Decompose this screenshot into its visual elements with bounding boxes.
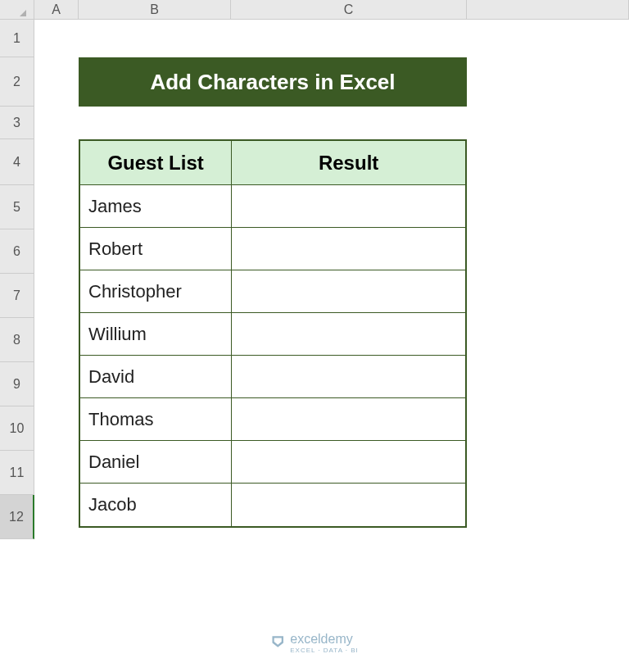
- row-header-4[interactable]: 4: [0, 139, 34, 185]
- cell-guest[interactable]: Thomas: [80, 398, 232, 441]
- cell-guest[interactable]: Christopher: [80, 270, 232, 313]
- cell-result[interactable]: [232, 270, 465, 313]
- row-header-1[interactable]: 1: [0, 20, 34, 57]
- cell-result[interactable]: [232, 398, 465, 441]
- column-headers: A B C: [0, 0, 629, 20]
- data-table: Guest List Result James Robert Christoph…: [79, 139, 467, 528]
- row-headers: 1 2 3 4 5 6 7 8 9 10 11 12: [0, 20, 34, 539]
- col-header-a[interactable]: A: [34, 0, 79, 20]
- cell-result[interactable]: [232, 484, 465, 526]
- cell-guest[interactable]: James: [80, 185, 232, 228]
- row-header-11[interactable]: 11: [0, 451, 34, 495]
- cell-result[interactable]: [232, 185, 465, 228]
- table-header-row: Guest List Result: [80, 141, 465, 185]
- title-text: Add Characters in Excel: [150, 70, 395, 95]
- table-row: Daniel: [80, 441, 465, 484]
- cell-guest[interactable]: Willium: [80, 313, 232, 356]
- row-header-9[interactable]: 9: [0, 362, 34, 406]
- watermark-tagline: EXCEL · DATA · BI: [290, 647, 359, 654]
- table-row: James: [80, 185, 465, 228]
- row-header-6[interactable]: 6: [0, 229, 34, 274]
- table-row: Christopher: [80, 270, 465, 313]
- row-header-8[interactable]: 8: [0, 318, 34, 362]
- col-header-rest: [467, 0, 629, 20]
- table-row: Willium: [80, 313, 465, 356]
- cell-guest[interactable]: Jacob: [80, 484, 232, 526]
- row-header-2[interactable]: 2: [0, 57, 34, 107]
- cell-result[interactable]: [232, 441, 465, 484]
- watermark: exceldemy EXCEL · DATA · BI: [270, 632, 359, 654]
- table-row: Thomas: [80, 398, 465, 441]
- cell-guest[interactable]: David: [80, 356, 232, 398]
- cell-result[interactable]: [232, 228, 465, 270]
- row-header-5[interactable]: 5: [0, 185, 34, 229]
- col-header-c[interactable]: C: [231, 0, 467, 20]
- table-row: Jacob: [80, 484, 465, 526]
- row-header-3[interactable]: 3: [0, 107, 34, 139]
- cell-guest[interactable]: Daniel: [80, 441, 232, 484]
- table-row: David: [80, 356, 465, 398]
- row-header-12[interactable]: 12: [0, 495, 34, 539]
- row-header-7[interactable]: 7: [0, 274, 34, 318]
- cell-guest[interactable]: Robert: [80, 228, 232, 270]
- cell-result[interactable]: [232, 356, 465, 398]
- watermark-name: exceldemy: [290, 632, 352, 646]
- header-guest-list[interactable]: Guest List: [80, 141, 232, 185]
- cell-result[interactable]: [232, 313, 465, 356]
- title-banner: Add Characters in Excel: [79, 57, 467, 107]
- select-all-corner[interactable]: [0, 0, 34, 20]
- cells-area[interactable]: Add Characters in Excel Guest List Resul…: [34, 20, 629, 539]
- header-result[interactable]: Result: [232, 141, 465, 185]
- table-row: Robert: [80, 228, 465, 270]
- logo-icon: [270, 634, 285, 652]
- col-header-b[interactable]: B: [79, 0, 231, 20]
- spreadsheet-grid: A B C 1 2 3 4 5 6 7 8 9 10 11 12 Add Cha…: [0, 0, 629, 539]
- row-header-10[interactable]: 10: [0, 406, 34, 451]
